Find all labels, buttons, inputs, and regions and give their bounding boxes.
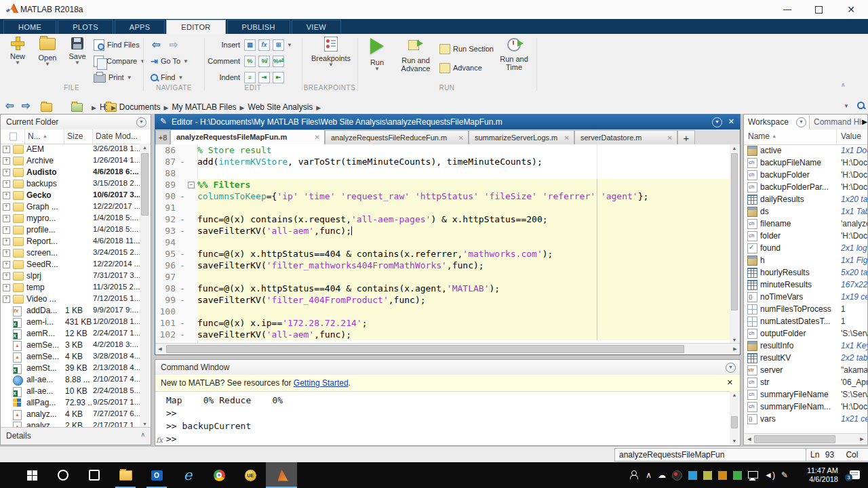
file-row[interactable]: aemSe...4 KB3/28/2018 4... (1, 351, 140, 363)
taskbar-file-explorer[interactable] (110, 462, 141, 488)
details-bar[interactable]: Details ∧ (1, 427, 151, 445)
wrap-comments-icon[interactable]: %⏎ (273, 56, 284, 67)
collapse-ribbon-button[interactable]: ∧ (841, 81, 846, 88)
breadcrumb-item[interactable]: Web Site Analysis (247, 102, 315, 112)
workspace-row[interactable]: numFilesToProcess1 (744, 303, 867, 315)
column-size[interactable]: Size (64, 129, 93, 144)
code-editor[interactable]: 86% Store result87-add(intermKVStore, va… (155, 144, 740, 344)
workspace-row[interactable]: numLatestDatesT...1 (744, 315, 867, 327)
expand-icon[interactable]: + (3, 272, 10, 280)
smart-indent-icon[interactable]: ≡ (244, 72, 256, 83)
file-row[interactable]: +Archive1/26/2014 1... (1, 155, 140, 167)
file-row[interactable]: +Report...4/6/2018 11... (1, 236, 140, 247)
workspace-hscrollbar[interactable]: ◀ ▶ (745, 433, 867, 444)
indent-left-icon[interactable]: ⇤ (273, 72, 284, 83)
workspace-row[interactable]: resultInfo1x1 KeyV (744, 340, 867, 352)
taskbar-cortana[interactable] (47, 462, 79, 488)
expand-icon[interactable]: + (3, 249, 10, 257)
address-search-icon[interactable] (857, 102, 865, 109)
file-row[interactable]: aemSt...39 KB2/13/2018 4... (1, 363, 140, 374)
code-line[interactable]: 98-func=@(x) x.httpStatus==404 & contain… (155, 283, 740, 294)
code-line[interactable]: 99-saveFilterKV('filter_404FromProduct',… (155, 294, 740, 306)
ribbon-tab-view[interactable]: VIEW (292, 20, 341, 34)
close-button[interactable]: ✕ (841, 3, 861, 16)
tray-chevron-up-icon[interactable]: ∧ (646, 470, 652, 480)
editor-tab[interactable]: analyzeRequestsFileMapFun.m✕ (170, 129, 325, 144)
workspace-row[interactable]: active1x1 Docu (744, 144, 867, 157)
insert-annotation-icon[interactable]: ⊞ (273, 39, 284, 51)
app-blue-icon[interactable] (688, 471, 697, 480)
workspace-row[interactable]: dailyResults1x20 tabl (744, 193, 867, 205)
file-row[interactable]: +Video ...7/12/2015 1... (1, 293, 140, 305)
ribbon-tab-plots[interactable]: PLOTS (58, 20, 113, 34)
breakpoints-button[interactable]: Breakpoints▼ (307, 37, 355, 68)
workspace-row[interactable]: backupFolder'H:\Docu (744, 169, 867, 181)
save-button[interactable]: Save▼ (64, 37, 91, 66)
command-window-menu-icon[interactable]: ▼ (726, 363, 736, 373)
expand-icon[interactable]: + (3, 203, 10, 211)
code-line[interactable]: 86% Store result (155, 144, 740, 156)
navigate-back-button[interactable]: ⇦ (152, 39, 161, 51)
run-and-time-button[interactable]: Run and Time (496, 37, 532, 71)
code-line[interactable]: 101-func=@(x) x.ip=='172.28.72.214'; (155, 317, 740, 329)
code-line[interactable]: 100 (155, 306, 740, 317)
file-row[interactable]: +mypro...1/4/2018 5:... (1, 213, 140, 224)
browse-folder-icon[interactable] (71, 103, 83, 112)
column-ws-value[interactable]: Value (837, 129, 867, 144)
folder-up-icon[interactable] (41, 103, 52, 112)
file-row[interactable]: addDa...1 KB9/9/2017 9:... (1, 305, 140, 317)
minimize-button[interactable]: — (777, 3, 797, 16)
uncomment-icon[interactable]: %̸ (258, 56, 270, 67)
workspace-row[interactable]: h1x1 Figur (744, 254, 867, 266)
file-row[interactable]: +SeedR...12/22/2014 ... (1, 259, 140, 270)
column-date[interactable]: Date Mod... (93, 129, 140, 144)
new-button[interactable]: New▼ (4, 37, 31, 66)
tab-command-history[interactable]: Command His (810, 115, 863, 129)
expand-icon[interactable]: + (3, 157, 10, 165)
app-olive-icon[interactable] (703, 471, 712, 480)
file-row[interactable]: aemSe...3 KB4/2/2018 3:... (1, 340, 140, 351)
tab-workspace[interactable]: Workspace ▼ (744, 115, 810, 129)
insert-function-icon[interactable]: fx (258, 39, 270, 51)
workspace-row[interactable]: backupFileName'H:\Docu (744, 157, 867, 169)
command-window-output[interactable]: Map 0% Reduce 0%>>>> backupCurrentfx>> (155, 394, 729, 445)
run-and-advance-button[interactable]: Run and Advance (396, 37, 435, 73)
taskbar-matlab[interactable] (266, 462, 297, 488)
ribbon-tab-editor[interactable]: EDITOR (166, 20, 225, 35)
taskbar-task-view[interactable] (79, 462, 110, 488)
insert-tools[interactable]: ▤ fx ⊞ ▼ (244, 39, 292, 51)
file-row[interactable]: aemR...12 KB2/24/2017 1... (1, 328, 140, 340)
breadcrumb-item[interactable]: My MATLAB Files (170, 102, 237, 112)
notification-center-icon[interactable]: 3 (850, 470, 860, 479)
file-row[interactable]: +temp11/3/2015 2... (1, 282, 140, 293)
taskbar-chrome[interactable] (203, 462, 235, 488)
file-row[interactable]: aem-i...431 KB1/20/2018 1... (1, 317, 140, 328)
workspace-row[interactable]: filename'analyzeR (744, 218, 867, 230)
run-section-button[interactable]: Run Section (439, 43, 494, 55)
ribbon-tab-apps[interactable]: APPS (115, 20, 165, 34)
editor-tab[interactable]: summarizeServerLogs.m✕ (469, 130, 574, 144)
ribbon-tab-home[interactable]: HOME (3, 20, 56, 34)
obs-icon[interactable] (672, 470, 682, 481)
expand-icon[interactable]: + (3, 192, 10, 199)
run-button[interactable]: Run▼ (362, 37, 392, 72)
details-expand-icon[interactable]: ∧ (140, 431, 145, 438)
expand-icon[interactable]: + (3, 169, 10, 176)
file-row[interactable]: +Gecko10/6/2017 3... (1, 190, 140, 201)
expand-icon[interactable]: + (3, 215, 10, 222)
column-name[interactable]: N... ▲ (25, 129, 64, 144)
compare-button[interactable]: Compare▼ (94, 55, 145, 67)
banner-close-icon[interactable]: ✕ (727, 378, 733, 387)
expand-icon[interactable]: + (3, 296, 10, 303)
code-line[interactable]: 96-saveFilterKV('filter_mathworks404From… (155, 260, 740, 271)
workspace-row[interactable]: ds1x1 Tabu (744, 205, 867, 218)
breadcrumb-item[interactable]: Documents (118, 102, 162, 112)
editor-hscrollbar[interactable]: ◀ ▶ (155, 343, 740, 354)
folder-back-button[interactable]: ⇦ (5, 100, 14, 112)
indent-tools[interactable]: ≡ ⇥ ⇤ (244, 71, 284, 83)
insert-section-icon[interactable]: ▤ (244, 39, 256, 51)
file-row[interactable]: all-ae...10 KB2/24/2018 5... (1, 386, 140, 397)
workspace-row[interactable]: str'06_Apr_ (744, 376, 867, 388)
print-button[interactable]: Print▼ (94, 71, 132, 83)
code-line[interactable]: 88 (155, 167, 740, 179)
